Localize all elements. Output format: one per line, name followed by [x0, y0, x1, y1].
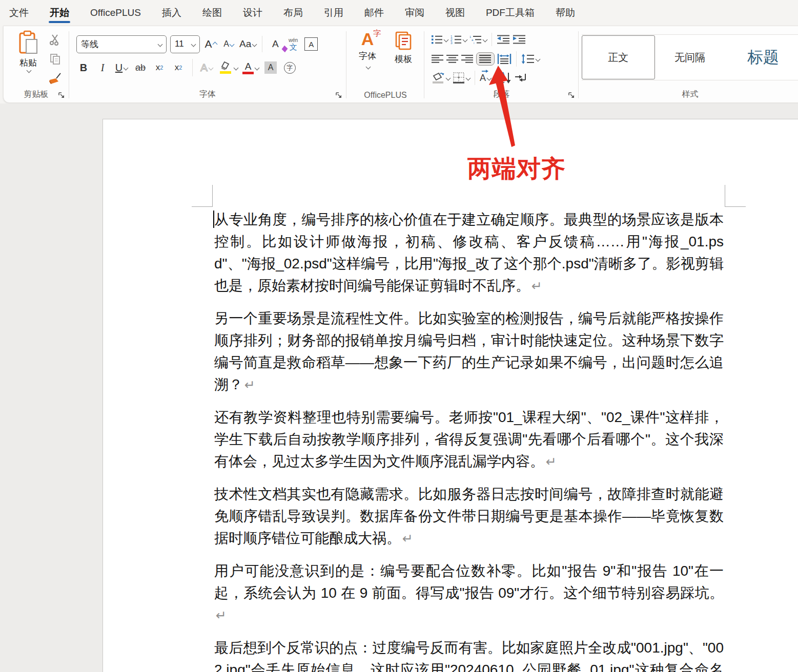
- svg-text:i: i: [474, 41, 474, 44]
- document-page[interactable]: 从专业角度，编号排序的核心价值在于建立确定顺序。最典型的场景应该是版本控制。比如…: [103, 119, 798, 672]
- styles-group-label: 样式: [579, 89, 798, 100]
- paragraph[interactable]: 还有教学资料整理也特别需要编号。老师按"01_课程大纲"、"02_课件"这样排，…: [214, 406, 724, 473]
- font-size-value: 11: [175, 39, 184, 49]
- align-right-button[interactable]: [461, 54, 474, 64]
- shrink-font-glyph: A: [223, 39, 229, 49]
- sort-button[interactable]: A Z: [501, 72, 511, 84]
- font-size-select[interactable]: 11: [170, 35, 200, 53]
- clipboard-dialog-launcher-icon[interactable]: [58, 92, 65, 99]
- superscript-button[interactable]: x2: [171, 59, 186, 76]
- increase-indent-button[interactable]: [513, 35, 526, 44]
- tab-help[interactable]: 帮助: [555, 1, 576, 25]
- character-border-button[interactable]: A: [304, 36, 318, 52]
- tab-insert[interactable]: 插入: [161, 1, 182, 25]
- ribbon: 粘贴: [3, 26, 798, 103]
- officeplus-group-label: OfficePLUS: [346, 91, 424, 100]
- officeplus-font-icon: A字: [361, 30, 374, 48]
- scissors-icon: [49, 33, 61, 46]
- highlight-color-button[interactable]: [218, 59, 238, 76]
- font-color-icon: A: [242, 61, 254, 74]
- font-family-select[interactable]: 等线: [76, 35, 167, 53]
- font-dialog-launcher-icon[interactable]: [335, 92, 342, 99]
- multilevel-list-button[interactable]: 1ai: [469, 35, 487, 44]
- tab-references[interactable]: 引用: [323, 1, 344, 25]
- font-family-value: 等线: [81, 38, 98, 50]
- tab-home[interactable]: 开始: [49, 1, 70, 25]
- decrease-indent-button[interactable]: [497, 35, 510, 44]
- shading-button[interactable]: [432, 72, 450, 84]
- borders-chevron-icon: [466, 75, 471, 80]
- officeplus-font-button[interactable]: A字 字体: [352, 30, 383, 69]
- character-shading-icon: A: [264, 61, 277, 74]
- text-effects-button[interactable]: A: [199, 59, 214, 76]
- grow-font-button[interactable]: A: [203, 36, 218, 52]
- paste-chevron-icon[interactable]: [27, 68, 32, 73]
- document-text[interactable]: 从专业角度，编号排序的核心价值在于建立确定顺序。最典型的场景应该是版本控制。比如…: [214, 208, 724, 672]
- group-officeplus: A字 字体 模板 OfficePLUS: [346, 26, 424, 102]
- change-case-button[interactable]: Aa: [239, 36, 256, 52]
- paragraph-mark-glyph: ↵: [546, 454, 557, 469]
- paragraph-mark-glyph: ↵: [216, 608, 227, 622]
- numbering-button[interactable]: 123: [451, 35, 467, 44]
- copy-button[interactable]: [47, 51, 63, 67]
- tab-view[interactable]: 视图: [444, 1, 466, 25]
- font-color-button[interactable]: A: [242, 59, 259, 76]
- clear-formatting-button[interactable]: A: [268, 36, 282, 52]
- justify-button[interactable]: [476, 52, 495, 66]
- numbering-chevron-icon: [463, 37, 468, 42]
- style-heading[interactable]: 标题: [725, 35, 798, 80]
- font-color-chevron-icon: [255, 65, 260, 70]
- tab-layout[interactable]: 布局: [282, 1, 304, 25]
- bold-button[interactable]: B: [76, 59, 91, 76]
- tab-file[interactable]: 文件: [8, 1, 30, 25]
- strikethrough-button[interactable]: ab: [133, 59, 148, 76]
- line-spacing-chevron-icon: [536, 56, 541, 61]
- tab-review[interactable]: 审阅: [404, 1, 425, 25]
- bullets-button[interactable]: [432, 35, 448, 44]
- align-left-icon: [432, 54, 444, 64]
- paragraph[interactable]: 技术性文档其实也有隐藏需求。比如服务器日志按时间编号，故障排查时就能避免顺序错乱…: [214, 483, 724, 550]
- align-center-button[interactable]: [446, 54, 459, 64]
- shrink-font-button[interactable]: A: [221, 36, 236, 52]
- phonetic-guide-button[interactable]: wén 文: [286, 36, 300, 52]
- format-painter-button[interactable]: [47, 70, 63, 87]
- officeplus-template-button[interactable]: 模板: [387, 30, 419, 65]
- show-hide-marks-button[interactable]: [514, 73, 527, 83]
- bullets-icon: [432, 35, 443, 44]
- officeplus-font-chevron-icon: [366, 65, 371, 70]
- decrease-indent-icon: [497, 35, 510, 44]
- paragraph[interactable]: 最后想到个反常识的点：过度编号反而有害。比如家庭照片全改成"001.jpg"、"…: [214, 637, 724, 672]
- paste-button[interactable]: 粘贴: [12, 30, 45, 90]
- style-no-spacing[interactable]: 无间隔: [655, 35, 725, 80]
- character-shading-button[interactable]: A: [263, 59, 278, 76]
- distribute-button[interactable]: [497, 54, 511, 64]
- enclose-characters-button[interactable]: 字: [282, 59, 297, 76]
- tab-design[interactable]: 设计: [242, 1, 263, 25]
- paragraph-dialog-launcher-icon[interactable]: [568, 92, 575, 99]
- line-spacing-button[interactable]: [521, 54, 540, 64]
- align-right-icon: [461, 54, 474, 64]
- paragraph[interactable]: 从专业角度，编号排序的核心价值在于建立确定顺序。最典型的场景应该是版本控制。比如…: [214, 208, 724, 297]
- paragraph[interactable]: 用户可能没意识到的是：编号要配合位数补零。比如"报告 9"和"报告 10"在一起…: [214, 560, 724, 626]
- tab-officeplus[interactable]: OfficePLUS: [89, 2, 142, 24]
- svg-text:3: 3: [451, 41, 453, 45]
- style-normal[interactable]: 正文: [582, 35, 655, 79]
- italic-button[interactable]: I: [95, 59, 110, 76]
- multilevel-list-icon: 1ai: [469, 35, 482, 44]
- tab-draw[interactable]: 绘图: [201, 1, 223, 25]
- clear-formatting-glyph: A: [272, 38, 279, 50]
- phonetic-pinyin-text: wén: [289, 38, 298, 43]
- paragraph[interactable]: 另一个重要场景是流程性文件。比如实验室的检测报告，编号后就能严格按操作顺序排列；…: [214, 307, 724, 396]
- subscript-button[interactable]: x2: [152, 59, 167, 76]
- distribute-icon: [497, 54, 511, 64]
- underline-button[interactable]: U: [114, 59, 129, 76]
- align-left-button[interactable]: [432, 54, 444, 64]
- borders-button[interactable]: [453, 72, 470, 84]
- highlight-chevron-icon: [234, 65, 239, 70]
- cut-button[interactable]: [47, 31, 63, 48]
- underline-glyph: U: [115, 62, 122, 74]
- tab-mailings[interactable]: 邮件: [363, 1, 385, 25]
- asian-layout-button[interactable]: A: [480, 73, 491, 83]
- officeplus-font-label: 字体: [359, 50, 376, 62]
- tab-pdf-tools[interactable]: PDF工具箱: [485, 1, 536, 25]
